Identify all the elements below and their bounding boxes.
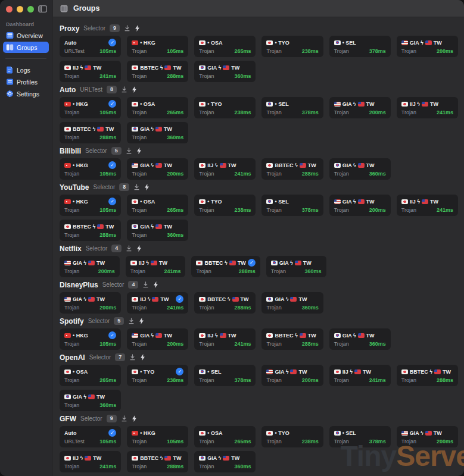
proxy-node-card[interactable]: • SELTrojan378ms <box>329 426 391 447</box>
update-group-button[interactable] <box>129 354 136 361</box>
proxy-node-card[interactable]: • SELTrojan378ms <box>194 365 256 386</box>
proxy-node-name-text: TW <box>308 333 316 339</box>
proxy-node-card[interactable]: GIA ϟTWTrojan360ms <box>127 122 188 143</box>
proxy-node-card[interactable]: • TYOTrojan238ms <box>261 426 323 447</box>
proxy-node-card[interactable]: IIJ ϟTWTrojan241ms <box>194 158 256 180</box>
update-group-button[interactable] <box>121 415 127 422</box>
proxy-node-card[interactable]: GIA ϟTWTrojan200ms <box>60 256 120 277</box>
group-title: Bilibili <box>60 147 81 155</box>
proxy-node-type: Trojan <box>266 377 281 383</box>
update-group-button[interactable] <box>133 184 140 190</box>
proxy-node-card[interactable]: • HKGTrojan105ms <box>127 36 188 57</box>
proxy-node-type: Trojan <box>266 341 281 347</box>
sidebar-item-settings[interactable]: Settings <box>3 88 49 99</box>
sidebar-item-groups[interactable]: Groups <box>3 42 49 53</box>
proxy-node-card[interactable]: Auto✓URLTest105ms <box>60 36 121 57</box>
close-button[interactable] <box>6 6 13 12</box>
proxy-node-name-text: • HKG <box>140 40 155 46</box>
proxy-node-card[interactable]: Auto✓URLTest105ms <box>60 426 121 447</box>
proxy-node-card[interactable]: • HKGTrojan105ms <box>127 426 188 447</box>
proxy-node-latency: 360ms <box>167 134 183 140</box>
proxy-node-card[interactable]: GIA ϟTWTrojan200ms <box>261 365 323 386</box>
proxy-node-card[interactable]: GIA ϟTWTrojan200ms <box>329 195 391 216</box>
proxy-node-card[interactable]: IIJ ϟTWTrojan241ms <box>397 195 458 216</box>
sidebar-toggle-button[interactable] <box>38 5 47 12</box>
proxy-node-card[interactable]: GIA ϟTWTrojan200ms <box>397 426 458 447</box>
proxy-node-card[interactable]: • HKG✓Trojan105ms <box>60 328 121 350</box>
latency-test-button[interactable] <box>153 281 158 288</box>
proxy-node-card[interactable]: BBTEC ϟTWTrojan288ms <box>60 122 121 143</box>
proxy-node-card[interactable]: IIJ ϟTWTrojan241ms <box>60 61 121 82</box>
proxy-node-card[interactable]: GIA ϟTWTrojan360ms <box>194 61 256 82</box>
proxy-node-card[interactable]: GIA ϟTWTrojan360ms <box>266 256 326 277</box>
zoom-button[interactable] <box>27 6 34 12</box>
latency-test-button[interactable] <box>140 354 145 361</box>
proxy-node-card[interactable]: • OSATrojan265ms <box>60 365 121 386</box>
proxy-node-card[interactable]: IIJ ϟTWTrojan241ms <box>329 365 391 386</box>
proxy-node-card[interactable]: GIA ϟTWTrojan360ms <box>261 292 323 314</box>
update-group-button[interactable] <box>128 318 135 324</box>
latency-test-button[interactable] <box>132 415 137 422</box>
proxy-node-card[interactable]: • OSATrojan265ms <box>194 426 256 447</box>
proxy-node-latency: 200ms <box>437 439 453 444</box>
proxy-node-card[interactable]: GIA ϟTWTrojan200ms <box>397 36 458 57</box>
update-group-button[interactable] <box>142 281 149 288</box>
sidebar-item-profiles[interactable]: Profiles <box>3 76 49 87</box>
proxy-node-card[interactable]: GIA ϟTWTrojan200ms <box>127 158 188 180</box>
group-title: Proxy <box>60 24 79 33</box>
proxy-node-card[interactable]: GIA ϟTWTrojan360ms <box>329 328 391 350</box>
proxy-node-card[interactable]: GIA ϟTWTrojan360ms <box>329 158 391 180</box>
minimize-button[interactable] <box>17 6 23 12</box>
proxy-node-card[interactable]: • SELTrojan378ms <box>329 36 391 57</box>
proxy-node-card[interactable]: BBTEC ϟTWTrojan288ms <box>261 328 323 350</box>
proxy-node-card[interactable]: GIA ϟTWTrojan360ms <box>194 451 256 472</box>
proxy-node-card[interactable]: GIA ϟTWTrojan200ms <box>329 97 391 118</box>
sidebar-item-overview[interactable]: Overview <box>3 30 49 41</box>
proxy-node-card[interactable]: • HKG✓Trojan105ms <box>60 97 121 118</box>
proxy-node-card[interactable]: • OSATrojan265ms <box>194 36 256 57</box>
proxy-node-card[interactable]: IIJ ϟTW✓Trojan241ms <box>127 292 188 314</box>
proxy-node-card[interactable]: IIJ ϟTWTrojan241ms <box>60 451 121 472</box>
proxy-node-card[interactable]: IIJ ϟTWTrojan241ms <box>126 256 186 277</box>
proxy-node-card[interactable]: • TYOTrojan238ms <box>194 97 256 118</box>
flag-tw-icon <box>88 297 95 302</box>
proxy-node-card[interactable]: BBTEC ϟTWTrojan288ms <box>127 61 188 82</box>
proxy-node-card[interactable]: IIJ ϟTWTrojan241ms <box>397 97 458 118</box>
proxy-node-card[interactable]: GIA ϟTWTrojan200ms <box>127 328 188 350</box>
proxy-node-name-text: TW <box>96 260 105 266</box>
proxy-node-card[interactable]: • TYOTrojan238ms <box>261 36 323 57</box>
proxy-node-card[interactable]: • OSATrojan265ms <box>127 97 188 118</box>
latency-test-button[interactable] <box>135 25 140 32</box>
sidebar-item-logs[interactable]: Logs <box>3 64 49 76</box>
proxy-node-card[interactable]: • SELTrojan378ms <box>261 97 323 118</box>
proxy-node-card[interactable]: • TYOTrojan238ms <box>194 195 256 216</box>
proxy-node-card[interactable]: BBTEC ϟTWTrojan288ms <box>261 158 323 180</box>
proxy-node-card[interactable]: GIA ϟTWTrojan360ms <box>127 220 188 241</box>
proxy-node-card[interactable]: • OSATrojan265ms <box>127 195 188 216</box>
update-group-button[interactable] <box>124 25 130 32</box>
proxy-node-card[interactable]: BBTEC ϟTWTrojan288ms <box>194 292 256 314</box>
update-group-button[interactable] <box>126 148 132 154</box>
proxy-node-card[interactable]: • HKG✓Trojan105ms <box>60 158 121 180</box>
proxy-node-type: Trojan <box>130 268 145 274</box>
proxy-node-card[interactable]: GIA ϟTWTrojan200ms <box>60 292 121 314</box>
proxy-node-card[interactable]: GIA ϟTWTrojan360ms <box>60 390 121 411</box>
latency-test-button[interactable] <box>136 245 142 252</box>
latency-test-button[interactable] <box>136 148 142 154</box>
proxy-node-card[interactable]: BBTEC ϟTWTrojan288ms <box>127 451 188 472</box>
latency-test-button[interactable] <box>139 318 144 324</box>
latency-test-button[interactable] <box>144 184 150 190</box>
update-group-button[interactable] <box>121 86 127 93</box>
proxy-node-name: GIA ϟTW <box>401 430 444 436</box>
proxy-node-card[interactable]: • SELTrojan378ms <box>261 195 323 216</box>
update-group-button[interactable] <box>126 245 132 252</box>
latency-test-button[interactable] <box>132 86 137 93</box>
lightning-bolt-icon <box>140 354 145 361</box>
proxy-node-name: IIJ ϟTW <box>64 455 103 461</box>
proxy-node-card[interactable]: BBTEC ϟTW✓Trojan288ms <box>191 256 260 277</box>
proxy-node-card[interactable]: BBTEC ϟTWTrojan288ms <box>60 220 121 241</box>
proxy-node-card[interactable]: • HKG✓Trojan105ms <box>60 195 121 216</box>
proxy-node-card[interactable]: IIJ ϟTWTrojan241ms <box>194 328 256 350</box>
proxy-node-card[interactable]: • TYO✓Trojan238ms <box>127 365 188 386</box>
proxy-node-card[interactable]: BBTEC ϟTWTrojan288ms <box>397 365 458 386</box>
